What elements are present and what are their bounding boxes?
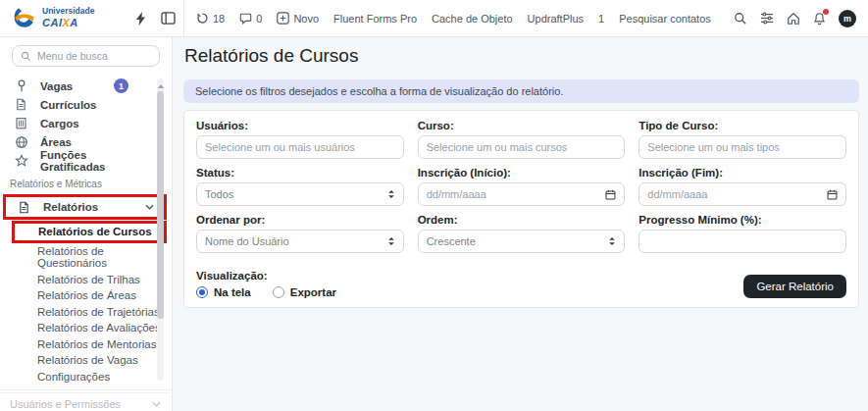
select-arrows-icon [387, 235, 395, 247]
main-content: Relatórios de Cursos Selecione os filtro… [173, 37, 868, 411]
radio-exportar[interactable]: Exportar [273, 286, 336, 298]
inscricao-fim-input[interactable] [647, 188, 821, 200]
panel-toggle-icon[interactable] [161, 12, 176, 25]
logo-line2: CAIXA [42, 17, 94, 29]
section-relatorios-e-metricas: Relatórios e Métricas [10, 179, 172, 189]
object-cache-item[interactable]: Cache de Objeto [432, 13, 513, 25]
sidebar-menu: Vagas 1 Currículos Cargos Áreas [0, 67, 172, 410]
sidebar-item-relatorios-de-cursos[interactable]: Relatórios de Cursos [15, 224, 164, 240]
field-label: Inscrição (Fim): [638, 167, 846, 179]
sidebar-item-usuarios-e-permissoes[interactable]: Usuários e Permissões [0, 392, 171, 411]
sidebar-search [12, 45, 160, 67]
field-label: Tipo de Curso: [638, 120, 846, 131]
lightning-icon[interactable] [135, 12, 147, 26]
scrollbar-thumb[interactable] [157, 91, 164, 319]
field-usuarios: Usuários: [196, 120, 404, 159]
comments-icon [239, 13, 252, 25]
chevron-down-icon [145, 204, 154, 210]
app-logo[interactable]: Universidade CAIXA [12, 6, 129, 30]
field-label: Ordem: [418, 214, 626, 226]
fluent-forms-item[interactable]: Fluent Forms Pro [333, 13, 417, 25]
search-icon[interactable] [734, 12, 747, 26]
updates-item[interactable]: 18 [196, 12, 225, 25]
report-icon [18, 200, 32, 215]
gerar-relatorio-button[interactable]: Gerar Relatório [743, 275, 846, 298]
radio-selected-icon [196, 286, 208, 298]
chevron-down-icon [152, 401, 161, 407]
universidade-caixa-logo-icon [12, 6, 36, 30]
annotation-box-relatorios-de-cursos: Relatórios de Cursos [12, 221, 167, 243]
star-icon [15, 154, 29, 168]
comments-item[interactable]: 0 [239, 13, 262, 25]
calendar-icon[interactable] [827, 189, 838, 200]
document-icon [15, 97, 29, 112]
vagas-badge: 1 [114, 78, 128, 93]
sidebar: Vagas 1 Currículos Cargos Áreas [0, 37, 173, 411]
field-tipo-de-curso: Tipo de Curso: [638, 120, 846, 159]
curso-input[interactable] [427, 141, 617, 153]
sidebar-item-relatorios-de-trilhas[interactable]: Relatórios de Trilhas [0, 272, 172, 288]
search-icon [21, 51, 31, 62]
field-label: Curso: [418, 120, 626, 131]
sidebar-item-relatorios-de-questionarios[interactable]: Relatórios de Questionários [0, 243, 172, 272]
sidebar-item-relatorios-de-avaliacoes[interactable]: Relatórios de Avaliações [0, 320, 172, 336]
count-item[interactable]: 1 [598, 13, 604, 25]
sidebar-item-curriculos[interactable]: Currículos [0, 95, 172, 114]
progresso-minimo-input[interactable] [647, 235, 838, 247]
field-label: Progresso Mínimo (%): [638, 214, 846, 226]
topbar-divider [183, 0, 184, 37]
bell-icon[interactable] [813, 12, 826, 26]
field-inscricao-inicio: Inscrição (Início): [418, 167, 626, 206]
field-curso: Curso: [418, 120, 626, 159]
field-inscricao-fim: Inscrição (Fim): [638, 167, 846, 206]
field-label: Usuários: [196, 120, 404, 131]
inscricao-inicio-input[interactable] [427, 188, 600, 200]
tipo-curso-input[interactable] [647, 141, 838, 153]
screen: Universidade CAIXA 18 [0, 0, 868, 411]
sidebar-item-relatorios-de-areas[interactable]: Relatórios de Áreas [0, 287, 172, 304]
visualizacao-group: Visualização: Na tela Exportar [196, 270, 336, 298]
radio-unselected-icon [273, 286, 284, 298]
globe-icon [15, 135, 29, 149]
sidebar-item-relatorios-de-mentorias[interactable]: Relatórios de Mentorias [0, 336, 172, 353]
logo-line1: Universidade [42, 7, 94, 17]
sidebar-scrollbar[interactable] [157, 78, 164, 381]
sidebar-item-configuracoes[interactable]: Configurações [0, 369, 172, 385]
admin-bar: 18 0 Novo Fluent Forms Pro Cache de Obje… [196, 12, 734, 25]
field-ordenar-por: Ordenar por: Nome do Usuário [196, 214, 404, 253]
ordem-select[interactable]: Crescente [418, 230, 626, 253]
scroll-up-arrow-icon[interactable] [157, 80, 164, 88]
menu-divider [0, 389, 172, 390]
sidebar-item-vagas[interactable]: Vagas 1 [0, 77, 172, 95]
ordenar-por-select[interactable]: Nome do Usuário [196, 230, 404, 253]
select-arrows-icon [608, 235, 616, 247]
building-icon [15, 116, 29, 130]
field-progresso-minimo: Progresso Mínimo (%): [638, 214, 846, 253]
new-icon [277, 12, 289, 25]
search-contacts-item[interactable]: Pesquisar contatos [619, 13, 711, 25]
annotation-box-relatorios: Relatórios [3, 194, 167, 220]
sidebar-item-relatorios-de-vagas[interactable]: Relatórios de Vagas [0, 352, 172, 369]
field-label: Inscrição (Início): [418, 167, 626, 179]
calendar-icon[interactable] [605, 189, 616, 200]
field-label: Visualização: [196, 270, 336, 282]
usuarios-input[interactable] [205, 141, 395, 153]
radio-na-tela[interactable]: Na tela [196, 286, 251, 298]
filters-icon[interactable] [760, 12, 774, 25]
field-ordem: Ordem: Crescente [418, 214, 626, 253]
update-icon [196, 12, 209, 25]
avatar[interactable]: m [839, 10, 856, 27]
field-label: Status: [196, 167, 404, 179]
sidebar-item-funcoes-gratificadas[interactable]: Funções Gratificadas [0, 151, 172, 170]
status-select[interactable]: Todos [196, 182, 404, 206]
select-arrows-icon [387, 188, 395, 200]
report-filters-card: Usuários: Curso: Tipo de Curso: [183, 110, 859, 308]
sidebar-item-relatorios-de-trajetorias[interactable]: Relatórios de Trajetórias [0, 304, 172, 321]
menu-search-input[interactable] [37, 50, 151, 62]
new-item[interactable]: Novo [277, 12, 319, 25]
home-icon[interactable] [787, 12, 800, 26]
topbar: Universidade CAIXA 18 [0, 0, 868, 37]
sidebar-item-cargos[interactable]: Cargos [0, 114, 172, 132]
updraftplus-item[interactable]: UpdraftPlus [528, 13, 584, 25]
sidebar-item-relatorios[interactable]: Relatórios [6, 197, 164, 217]
